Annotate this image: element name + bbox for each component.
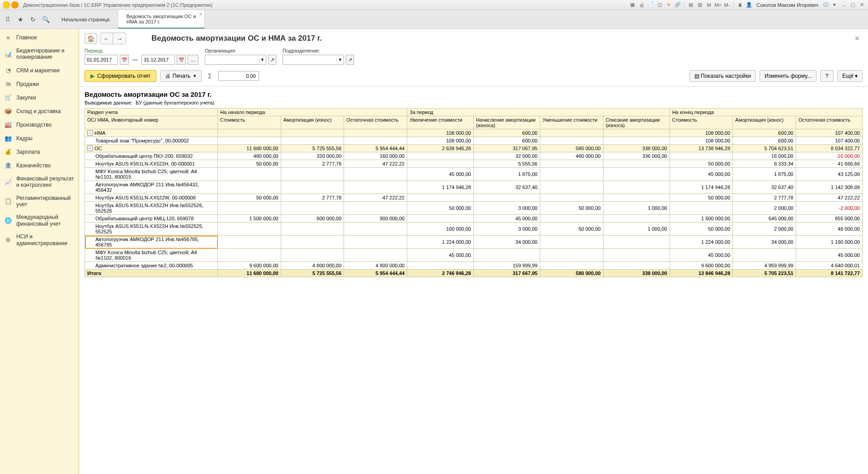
table-row[interactable]: Ноутбук ASUS K551LN-XX522H Инв.№552525, … xyxy=(85,223,863,236)
table-row[interactable]: Административное здание №2, 00-0000059 6… xyxy=(85,262,863,270)
drop-icon[interactable]: ▾ xyxy=(831,1,838,9)
more-button[interactable]: Ещё ▾ xyxy=(837,70,863,82)
compare-icon[interactable]: ◫ xyxy=(656,1,663,9)
sidebar-label: Склад и доставка xyxy=(16,108,74,114)
home-button[interactable]: 🏠 xyxy=(85,33,97,44)
sidebar-item-6[interactable]: 🏭Производство xyxy=(0,118,79,132)
print-button[interactable]: 🖨Печать▼ xyxy=(160,70,202,82)
sidebar-icon: 📈 xyxy=(5,178,12,185)
grid-icon[interactable]: ▤ xyxy=(687,1,694,9)
sidebar-icon: 📋 xyxy=(5,198,12,205)
search-icon[interactable]: 🔍 xyxy=(42,15,50,24)
link-icon[interactable]: 🔗 xyxy=(674,1,681,9)
sum-input[interactable] xyxy=(218,71,259,81)
show-settings-button[interactable]: ▤ Показать настройки xyxy=(689,70,756,82)
back-button[interactable]: ← xyxy=(100,33,113,44)
content: 🏠 ← → Ведомость амортизации ОС и НМА за … xyxy=(79,29,868,474)
table-row[interactable]: Автопогрузчик АМКОДОР 211 Инв.№456432, 4… xyxy=(85,181,863,194)
m-plus-icon[interactable]: M+ xyxy=(714,1,722,9)
sidebar-item-1[interactable]: 📊Бюджетирование и планирование xyxy=(0,44,79,64)
sidebar-icon: 🛒 xyxy=(5,94,12,101)
titlebar-right: ▦ 🖨 📄 ◫ ★ 🔗 ▤ ▥ M M+ M- 🖩 👤 Соколов Макс… xyxy=(629,1,865,9)
page-close-icon[interactable]: ✕ xyxy=(852,35,863,42)
sidebar-icon: 💰 xyxy=(5,148,12,156)
sidebar-item-5[interactable]: 📦Склад и доставка xyxy=(0,104,79,118)
close-icon[interactable]: ✕ xyxy=(858,1,865,9)
history-icon[interactable]: ↻ xyxy=(29,15,37,24)
edit-form-button[interactable]: Изменить форму... xyxy=(760,70,816,82)
run-report-button[interactable]: ▶Сформировать отчет xyxy=(85,70,156,82)
sidebar-item-9[interactable]: 🏦Казначейство xyxy=(0,159,79,172)
date-from-input[interactable] xyxy=(85,55,118,65)
report-table[interactable]: Раздел учетаНа начало периодаЗа периодНа… xyxy=(85,108,863,277)
sidebar-icon: ⚙ xyxy=(5,237,12,244)
m-minus-icon[interactable]: M- xyxy=(723,1,731,9)
tabs-bar: ⠿ ★ ↻ 🔍 Начальная страница Ведомость амо… xyxy=(0,10,868,29)
table-row[interactable]: Товарный знак "Промресурс", 00-000002108… xyxy=(85,137,863,145)
sidebar-label: НСИ и администрирование xyxy=(16,233,74,246)
sidebar-item-12[interactable]: 🌐Международный финансовый учет xyxy=(0,211,79,230)
org-open[interactable]: ↗ xyxy=(268,55,276,65)
tab-active-l2: НМА за 2017 г. xyxy=(126,19,196,24)
table-row[interactable]: Ноутбук ASUS K551LN-XX522H Инв.№552526, … xyxy=(85,202,863,215)
dept-combo[interactable]: ▼ xyxy=(283,55,344,65)
date-to-input[interactable] xyxy=(142,55,175,65)
maximize-icon[interactable]: ▢ xyxy=(849,1,856,9)
date-to-cal[interactable]: 📅 xyxy=(177,55,186,65)
table-row[interactable]: МФУ Konica Minolta bizhub C25; цветной; … xyxy=(85,249,863,262)
minimize-icon[interactable]: – xyxy=(840,1,847,9)
m-icon[interactable]: M xyxy=(705,1,712,9)
tab-active[interactable]: Ведомость амортизации ОС и НМА за 2017 г… xyxy=(118,10,204,28)
star-icon[interactable]: ★ xyxy=(665,1,672,9)
tab-start-label: Начальная страница xyxy=(61,17,109,22)
sidebar-icon: 👥 xyxy=(5,135,12,142)
date-from-cal[interactable]: 📅 xyxy=(120,55,129,65)
sidebar-item-8[interactable]: 💰Зарплата xyxy=(0,145,79,159)
sidebar-item-4[interactable]: 🛒Закупки xyxy=(0,91,79,104)
panel-icon[interactable]: ▥ xyxy=(696,1,703,9)
table-row[interactable]: Ноутбук ASUS K551LN-XX522H, 00-00000150 … xyxy=(85,160,863,168)
info-icon[interactable]: ⓘ xyxy=(822,1,829,9)
sidebar-item-13[interactable]: ⚙НСИ и администрирование xyxy=(0,230,79,250)
table-row[interactable]: Обрабатывающий центр КМЦ-120, 6590781 50… xyxy=(85,215,863,223)
table-row[interactable]: Ноутбук ASUS K551LN-XX522W, 00-00000850 … xyxy=(85,194,863,202)
favorites-icon[interactable]: ★ xyxy=(16,15,24,24)
sidebar-item-0[interactable]: ≡Главное xyxy=(0,31,79,44)
tree-toggle[interactable]: − xyxy=(87,146,93,151)
tab-start[interactable]: Начальная страница xyxy=(53,10,118,28)
apps-icon[interactable]: ⠿ xyxy=(4,15,12,24)
sidebar-label: Производство xyxy=(16,122,74,128)
sidebar-icon: 🛍 xyxy=(5,81,12,88)
org-combo[interactable]: ▼ xyxy=(205,55,266,65)
tb-icon-1[interactable]: ▦ xyxy=(629,1,636,9)
calc-icon[interactable]: 🖩 xyxy=(736,1,744,9)
table-row[interactable]: Автопогрузчик АМКОДОР 211 Инв.№456785, 4… xyxy=(85,236,863,249)
app-menu-icon[interactable] xyxy=(11,1,19,9)
period-label: Период: xyxy=(85,48,198,53)
app-icon xyxy=(3,1,10,9)
sidebar-label: Продажи xyxy=(16,81,74,87)
doc-icon[interactable]: 📄 xyxy=(647,1,654,9)
filters: Период: 📅 — 📅 ... Организация: ▼ ↗ П xyxy=(79,48,868,68)
sigma-icon: Σ xyxy=(205,72,215,80)
period-ellipsis[interactable]: ... xyxy=(188,55,198,65)
forward-button[interactable]: → xyxy=(113,33,126,44)
sidebar-item-2[interactable]: ◔CRM и маркетинг xyxy=(0,64,79,77)
sidebar-icon: 📦 xyxy=(5,108,12,115)
sidebar-item-10[interactable]: 📈Финансовый результат и контроллинг xyxy=(0,172,79,192)
dept-open[interactable]: ↗ xyxy=(346,55,354,65)
sidebar-label: Регламентированный учет xyxy=(16,195,74,208)
sidebar-item-11[interactable]: 📋Регламентированный учет xyxy=(0,192,79,211)
sidebar-item-7[interactable]: 👥Кадры xyxy=(0,132,79,145)
help-button[interactable]: ? xyxy=(820,70,834,82)
tab-close-icon[interactable]: ✕ xyxy=(199,12,203,17)
sidebar-icon: ≡ xyxy=(5,34,12,41)
tree-toggle[interactable]: − xyxy=(87,130,93,136)
print-icon[interactable]: 🖨 xyxy=(638,1,645,9)
sidebar-label: CRM и маркетинг xyxy=(16,67,74,74)
sidebar-item-3[interactable]: 🛍Продажи xyxy=(0,77,79,91)
table-row[interactable]: МФУ Konica Minolta bizhub C25; цветной; … xyxy=(85,168,863,181)
table-row[interactable]: Обрабатывающий центр ПКУ-200, 659032480 … xyxy=(85,152,863,160)
sidebar-label: Международный финансовый учет xyxy=(16,214,74,227)
user-icon[interactable]: 👤 xyxy=(745,1,753,9)
